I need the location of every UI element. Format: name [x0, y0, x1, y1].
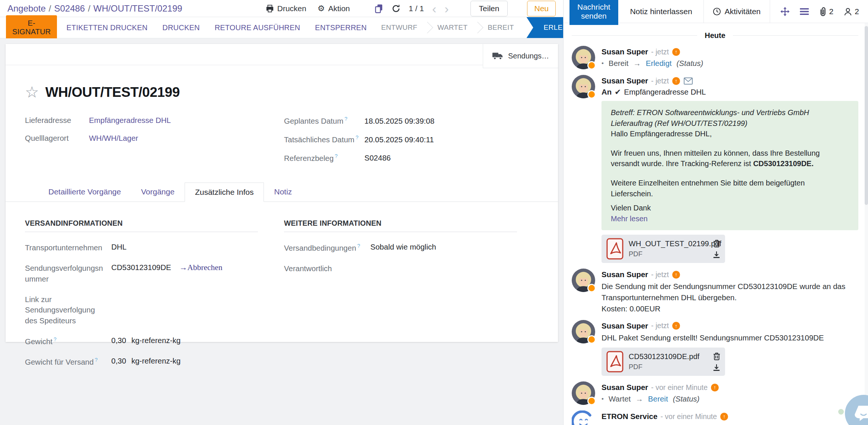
message-type-icon[interactable]: ↑: [672, 322, 680, 330]
notebook-tabs: Detaillierte Vorgänge Vorgänge Zusätzlic…: [6, 183, 558, 202]
breadcrumb-current[interactable]: WH/OUT/TEST/02199: [93, 3, 182, 13]
shipping-weight-value[interactable]: 0,30: [111, 356, 126, 365]
help-icon[interactable]: ?: [345, 116, 348, 122]
download-attachment-icon[interactable]: [713, 251, 720, 259]
field-gewicht: Gewicht? 0,30kg-referenz-kg: [25, 336, 258, 347]
attachment-card[interactable]: WH_OUT_TEST_02199.pdf PDF: [601, 235, 725, 263]
message-author[interactable]: Susan Super: [601, 321, 648, 330]
print-button-secondary[interactable]: DRUCKEN: [157, 20, 205, 36]
scheduled-date-value[interactable]: 18.05.2025 09:39:08: [364, 117, 434, 126]
tab-notiz[interactable]: Notiz: [264, 183, 302, 202]
next-page-icon[interactable]: ›: [444, 2, 449, 15]
return-button[interactable]: RETOURE AUSFÜHREN: [209, 20, 306, 36]
message-time: - vor einer Minute: [660, 412, 717, 421]
avatar: [572, 320, 595, 343]
download-attachment-icon[interactable]: [713, 364, 720, 371]
shipping-section-title: VERSANDINFORMATIONEN: [25, 219, 258, 232]
share-button[interactable]: Teilen: [470, 1, 508, 16]
favorite-star-icon[interactable]: ☆: [25, 85, 39, 100]
message-time: - jetzt: [651, 77, 669, 85]
attachment-card[interactable]: CD530123109DE.pdf PDF: [601, 348, 725, 376]
message-author[interactable]: Susan Super: [601, 47, 648, 56]
carrier-value[interactable]: DHL: [111, 242, 127, 253]
message-time: - jetzt: [651, 48, 669, 56]
log-note-button[interactable]: Notiz hinterlassen: [630, 7, 692, 16]
livechat-status-dot: [838, 409, 844, 415]
field-label: Versandbedingungen?: [284, 242, 370, 254]
help-icon[interactable]: ?: [357, 243, 360, 249]
message-author[interactable]: Susan Super: [601, 76, 648, 85]
field-lieferadresse: Lieferadresse Empfängeradresse DHL: [25, 116, 284, 125]
unlock-button[interactable]: ENTSPERREN: [309, 20, 372, 36]
message-type-icon[interactable]: ↑: [720, 413, 728, 421]
read-more-link[interactable]: Mehr lesen: [611, 213, 849, 224]
source-location-link[interactable]: WH/WH/Lager: [89, 134, 138, 143]
move-resize-icon[interactable]: [780, 7, 790, 16]
print-labels-button[interactable]: ETIKETTEN DRUCKEN: [61, 20, 153, 36]
tracking-number-value[interactable]: CD530123109DE: [111, 263, 171, 272]
help-icon[interactable]: ?: [335, 153, 338, 159]
message-tracking-bereit: Susan Super - vor einer Minute ↑ • Warte…: [572, 381, 868, 405]
cancel-tracking-link[interactable]: →Abbrechen: [179, 263, 223, 272]
menu-icon[interactable]: [800, 8, 809, 15]
weight-value[interactable]: 0,30: [111, 336, 126, 345]
help-icon[interactable]: ?: [54, 336, 57, 342]
shipping-weight-unit: kg-referenz-kg: [131, 356, 181, 365]
delete-attachment-icon[interactable]: [713, 352, 720, 361]
message-type-icon[interactable]: ↑: [711, 384, 719, 391]
chatter-scrollbar[interactable]: [865, 23, 868, 425]
tracking-new-value[interactable]: Erledigt: [646, 59, 672, 68]
send-message-button[interactable]: Nachricht senden: [569, 0, 618, 25]
message-time: - vor einer Minute: [651, 383, 708, 392]
activities-button[interactable]: Aktivitäten: [703, 0, 770, 23]
refresh-icon[interactable]: [392, 4, 401, 13]
tracking-new-value[interactable]: Bereit: [648, 394, 668, 403]
stage-wartet[interactable]: WARTET: [428, 17, 476, 38]
attachment-name[interactable]: CD530123109DE.pdf: [629, 352, 699, 361]
breadcrumb-s02486[interactable]: S02486: [54, 3, 85, 13]
stage-bereit[interactable]: BEREIT: [479, 17, 523, 38]
new-button[interactable]: Neu: [527, 1, 556, 16]
tracking-change: • Bereit → Erledigt (Status): [601, 59, 858, 68]
delivery-address-link[interactable]: Empfängeradresse DHL: [89, 116, 171, 125]
message-type-icon[interactable]: ↑: [672, 77, 680, 85]
effective-date-value[interactable]: 20.05.2025 09:40:11: [364, 135, 434, 144]
prev-page-icon[interactable]: ‹: [432, 2, 436, 15]
tab-detaillierte-vorgaenge[interactable]: Detaillierte Vorgänge: [38, 183, 131, 202]
recipient-name[interactable]: Empfängeradresse DHL: [624, 88, 706, 96]
help-icon[interactable]: ?: [95, 357, 98, 363]
shipments-smart-button[interactable]: Sendungs…: [483, 44, 558, 68]
email-body: Betreff: ETRON Softwareentwicklungs- und…: [601, 101, 858, 230]
message-type-icon[interactable]: ↑: [672, 271, 680, 279]
breadcrumb-angebote[interactable]: Angebote: [7, 3, 46, 13]
scrollbar-thumb[interactable]: [865, 26, 868, 205]
message-type-icon[interactable]: ↑: [672, 48, 680, 56]
field-label: Gewicht für Versand?: [25, 356, 111, 368]
presence-indicator: [587, 61, 596, 70]
delete-attachment-icon[interactable]: [713, 240, 720, 248]
help-icon[interactable]: ?: [355, 134, 358, 140]
shipping-policy-value[interactable]: Sobald wie möglich: [370, 242, 436, 254]
record-title: WH/OUT/TEST/02199: [45, 85, 180, 100]
check-icon: ✔: [615, 88, 621, 96]
attachments-counter[interactable]: 2: [819, 7, 834, 16]
message-author[interactable]: ETRON Service: [601, 412, 657, 421]
duplicate-icon[interactable]: [374, 4, 383, 13]
message-author[interactable]: Susan Super: [601, 270, 648, 279]
message-author[interactable]: Susan Super: [601, 383, 648, 392]
tab-vorgaenge[interactable]: Vorgänge: [131, 183, 185, 202]
stage-entwurf[interactable]: ENTWURF: [372, 17, 426, 38]
message-tracking-erledigt: Susan Super - jetzt ↑ • Bereit → Erledig…: [572, 46, 868, 69]
tab-zusaetzliche-infos[interactable]: Zusätzliche Infos: [185, 183, 264, 202]
message-thread: Heute Susan Super - jetzt ↑: [564, 31, 868, 425]
followers-counter[interactable]: 2: [843, 7, 859, 16]
paperclip-icon: [819, 7, 827, 16]
print-button[interactable]: Drucken: [266, 4, 306, 13]
attachment-name[interactable]: WH_OUT_TEST_02199.pdf: [629, 240, 708, 248]
esignature-button[interactable]: E-SIGNATUR: [6, 15, 57, 40]
source-document-value[interactable]: S02486: [364, 153, 391, 162]
action-menu-button[interactable]: ⚙ Aktion: [317, 4, 350, 13]
field-versandbedingungen: Versandbedingungen? Sobald wie möglich: [284, 242, 517, 254]
arrow-right-icon: →: [634, 59, 641, 68]
email-paragraph: Weitere Einzelheiten entnehmen Sie bitte…: [611, 178, 849, 199]
